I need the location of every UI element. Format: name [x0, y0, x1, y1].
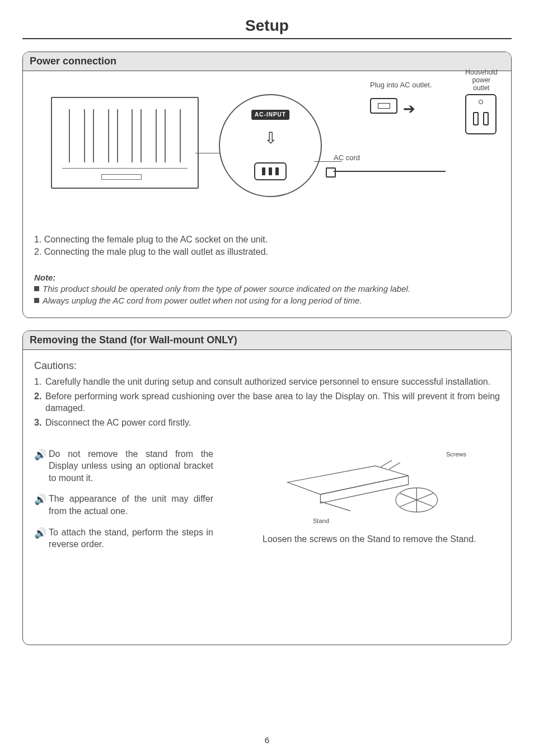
caution-2: 2. Before performing work spread cushion…	[34, 390, 500, 414]
power-note-block: Note: This product should be operated on…	[34, 272, 500, 306]
ac-socket-icon	[254, 162, 287, 180]
svg-line-2	[381, 460, 392, 467]
page-number: 6	[0, 735, 534, 745]
power-steps: 1. Connecting the female plug to the AC …	[34, 234, 500, 258]
stand-tip-2: 🔊 The appearance of the unit may differ …	[34, 493, 213, 517]
note-line-1: This product should be operated only fro…	[34, 283, 500, 295]
caution-1: 1. Carefully handle the unit during setu…	[34, 376, 500, 388]
screws-label: Screws	[446, 450, 466, 459]
speaker-icon: 🔊	[34, 493, 49, 517]
stand-panel: Removing the Stand (for Wall-mount ONLY)…	[22, 330, 512, 645]
arrow-right-icon: ➔	[403, 99, 415, 119]
male-plug-icon	[370, 98, 397, 114]
ac-input-label: AC-INPUT	[251, 110, 289, 120]
caution-3: 3. Disconnect the AC power cord firstly.	[34, 417, 500, 429]
stand-figure-caption: Loosen the screws on the Stand to remove…	[229, 533, 500, 545]
power-connection-panel: Power connection AC-INPUT ⇩ AC cord	[22, 52, 512, 318]
square-bullet-icon	[34, 286, 39, 291]
ac-input-zoom: AC-INPUT ⇩	[219, 94, 322, 197]
title-divider	[22, 38, 512, 39]
power-panel-content: AC-INPUT ⇩ AC cord Plug into AC outlet. …	[23, 71, 511, 318]
power-panel-header: Power connection	[23, 52, 511, 71]
stand-figure-column: Screws Stand	[229, 448, 500, 559]
stand-illustration	[263, 460, 466, 521]
page-title: Setup	[22, 17, 512, 35]
power-step-2: 2. Connecting the male plug to the wall …	[34, 246, 500, 258]
svg-marker-1	[320, 475, 408, 503]
ac-cord-label: AC cord	[334, 153, 446, 163]
stand-figure: Screws Stand	[229, 450, 500, 529]
outlet-caption: Household power outlet	[465, 69, 498, 92]
stand-panel-header: Removing the Stand (for Wall-mount ONLY)	[23, 331, 511, 350]
speaker-icon: 🔊	[34, 448, 49, 484]
power-step-1: 1. Connecting the female plug to the AC …	[34, 234, 500, 246]
note-title: Note:	[34, 272, 500, 283]
ac-cord-icon	[334, 165, 446, 176]
note-line-2: Always unplug the AC cord from power out…	[34, 295, 500, 306]
stand-tip-1: 🔊 Do not remove the stand from the Displ…	[34, 448, 213, 484]
wall-outlet-icon	[465, 94, 496, 134]
stand-tips: 🔊 Do not remove the stand from the Displ…	[34, 448, 213, 559]
stand-tip-3: 🔊 To attach the stand, perform the steps…	[34, 526, 213, 550]
stand-two-column: 🔊 Do not remove the stand from the Displ…	[34, 448, 500, 559]
wall-outlet-group: Household power outlet	[465, 69, 498, 134]
cautions-title: Cautions:	[34, 359, 500, 372]
svg-line-8	[320, 501, 350, 511]
svg-line-3	[389, 463, 400, 469]
arrow-down-icon: ⇩	[264, 128, 277, 149]
tv-rear-illustration	[51, 97, 199, 189]
ac-cord-group: AC cord	[334, 153, 446, 175]
stand-panel-content: Cautions: 1. Carefully handle the unit d…	[23, 350, 511, 571]
speaker-icon: 🔊	[34, 526, 49, 550]
square-bullet-icon	[34, 298, 39, 303]
svg-marker-0	[288, 465, 409, 494]
power-diagram: AC-INPUT ⇩ AC cord Plug into AC outlet. …	[34, 80, 500, 226]
